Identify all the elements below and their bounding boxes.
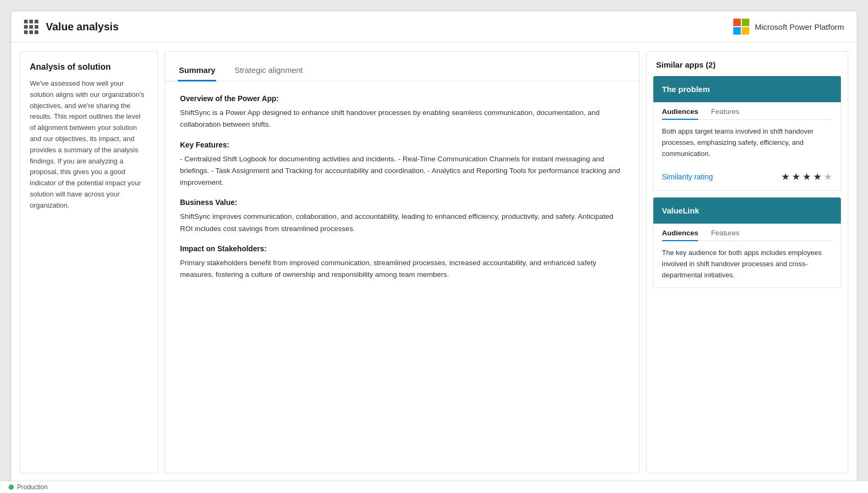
app1-audiences-text: Both apps target teams involved in shift… xyxy=(662,126,832,159)
status-indicator-dot xyxy=(9,484,14,490)
app1-tab-features[interactable]: Features xyxy=(711,108,739,120)
star-3: ★ xyxy=(803,171,811,183)
section1-text: ShiftSync is a Power App designed to enh… xyxy=(180,107,624,131)
tab-strategic-alignment[interactable]: Strategic alignment xyxy=(233,60,304,81)
app1-similarity-label: Similarity rating xyxy=(662,172,713,181)
app2-tab-features[interactable]: Features xyxy=(711,229,739,241)
section4-heading: Impact on Stakeholders: xyxy=(180,244,624,253)
star-2: ★ xyxy=(792,171,800,183)
app-title: Value analysis xyxy=(46,21,119,33)
ms-platform-label: Microsoft Power Platform xyxy=(755,22,844,31)
star-4: ★ xyxy=(813,171,822,183)
app2-audiences-text: The key audience for both apps includes … xyxy=(662,248,832,281)
app2-body: Audiences Features The key audience for … xyxy=(653,224,841,287)
left-panel-title: Analysis of solution xyxy=(30,62,148,72)
section2-heading: Key Features: xyxy=(180,141,624,149)
app2-header: ValueLink xyxy=(653,198,841,224)
middle-panel: Summary Strategic alignment Overview of … xyxy=(165,51,640,473)
app1-tabs-row: Audiences Features xyxy=(662,102,832,120)
waffle-icon[interactable] xyxy=(24,20,38,34)
header-left: Value analysis xyxy=(24,20,119,34)
app1-tab-audiences[interactable]: Audiences xyxy=(662,108,698,120)
star-1: ★ xyxy=(781,171,790,183)
footer-bar: Production xyxy=(0,481,868,493)
star-5: ★ xyxy=(824,171,832,183)
tab-content-summary: Overview of the Power App: ShiftSync is … xyxy=(165,81,639,473)
right-panel: Similar apps (2) The problem Audiences F… xyxy=(646,51,848,473)
app-shell: Value analysis Microsoft Power Platform … xyxy=(11,11,857,482)
left-panel: Analysis of solution We've assessed how … xyxy=(20,51,158,473)
ms-squares-icon xyxy=(733,19,749,35)
header-bar: Value analysis Microsoft Power Platform xyxy=(11,11,857,43)
section2-text: - Centralized Shift Logbook for document… xyxy=(180,153,624,189)
app2-tab-audiences[interactable]: Audiences xyxy=(662,229,698,241)
app1-body: Audiences Features Both apps target team… xyxy=(653,102,841,166)
section3-heading: Business Value: xyxy=(180,198,624,207)
section1-heading: Overview of the Power App: xyxy=(180,94,624,103)
section4-text: Primary stakeholders benefit from improv… xyxy=(180,257,624,281)
ms-logo: Microsoft Power Platform xyxy=(733,19,844,35)
similar-app-card-1: The problem Audiences Features Both apps… xyxy=(653,76,841,191)
left-panel-text: We've assessed how well your solution al… xyxy=(30,78,148,211)
tabs-row: Summary Strategic alignment xyxy=(165,52,639,81)
similar-apps-title: Similar apps (2) xyxy=(646,52,848,76)
main-content: Analysis of solution We've assessed how … xyxy=(11,43,857,482)
tab-summary[interactable]: Summary xyxy=(178,60,216,81)
app1-stars: ★ ★ ★ ★ ★ xyxy=(781,171,832,183)
app2-tabs-row: Audiences Features xyxy=(662,224,832,241)
status-label: Production xyxy=(17,483,47,491)
similar-app-card-2: ValueLink Audiences Features The key aud… xyxy=(653,197,841,287)
section3-text: ShiftSync improves communication, collab… xyxy=(180,211,624,235)
app1-similarity-row: Similarity rating ★ ★ ★ ★ ★ xyxy=(653,166,841,190)
app1-header: The problem xyxy=(653,76,841,102)
